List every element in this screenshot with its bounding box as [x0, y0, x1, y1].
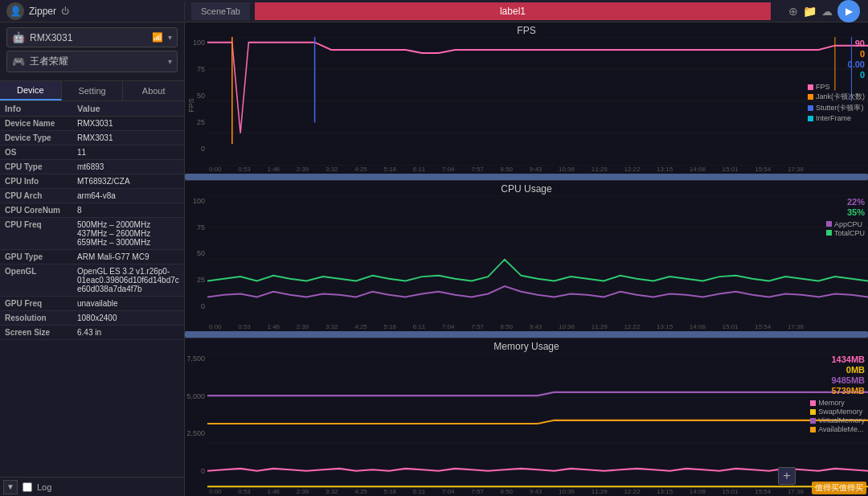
sidebar-bottom: ▼ Log	[0, 477, 184, 496]
memory-svg	[207, 353, 868, 488]
avatar: 👤	[6, 2, 24, 20]
fps-legend-jank: Jank(卡顿次数)	[808, 92, 865, 102]
tab-device[interactable]: Device	[0, 81, 62, 100]
info-val-12: 6.43 in	[77, 328, 179, 337]
info-row-5: CPU Archarm64-v8a	[0, 189, 184, 203]
cpu-x-ticks: 0:000:531:462:393:324:255:186:117:047:57…	[185, 323, 868, 331]
fps-chart-section: FPS 100 75 50 25 0 FPS	[185, 23, 868, 181]
sidebar: 🤖 RMX3031 📶 ▾ 🎮 王者荣耀 ▾ Device Setting Ab…	[0, 23, 185, 496]
info-val-1: RMX3031	[77, 133, 179, 142]
mem-legend-available: AvailableMe...	[810, 425, 865, 433]
totalcpu-dot	[826, 230, 832, 236]
info-val-8: ARM Mali-G77 MC9	[77, 252, 179, 261]
info-val-2: 11	[77, 148, 179, 157]
cpu-legend-total: TotalCPU	[826, 229, 865, 237]
game-select-row[interactable]: 🎮 王者荣耀 ▾	[6, 51, 178, 72]
cpu-y-25: 25	[197, 276, 205, 284]
info-val-7: 500MHz – 2000MHz 437MHz – 2600MHz 659MHz…	[77, 220, 179, 247]
info-key-7: CPU Freq	[5, 220, 77, 229]
fps-chart-body: 100 75 50 25 0 FPS	[185, 37, 868, 166]
swap-legend-label: SwapMemory	[818, 408, 862, 416]
cpu-legend-app: AppCPU	[826, 220, 865, 228]
fps-chart-title: FPS	[185, 23, 868, 37]
log-checkbox[interactable]	[23, 482, 32, 492]
fps-y-75: 75	[197, 65, 205, 73]
info-key-5: CPU Arch	[5, 191, 77, 200]
info-key-6: CPU CoreNum	[5, 206, 77, 215]
virtual-value: 9485MB	[831, 375, 865, 385]
info-row-9: OpenGLOpenGL ES 3.2 v1.r26p0-01eac0.3980…	[0, 264, 184, 297]
scene-tab-button[interactable]: SceneTab	[191, 2, 250, 20]
virtual-legend-label: VirtualMemory	[818, 416, 865, 424]
fps-canvas: 90 0 0.00 0 FPS Jank(	[207, 37, 868, 166]
fps-scrollbar-thumb	[185, 174, 868, 180]
add-chart-button[interactable]: +	[778, 467, 796, 485]
folder-icon[interactable]: 📁	[803, 5, 817, 18]
device-selector: 🤖 RMX3031 📶 ▾ 🎮 王者荣耀 ▾	[0, 23, 184, 81]
memory-legend: 1434MB 0MB 9485MB 5739MB Memory	[810, 355, 865, 433]
mem-legend-swap: SwapMemory	[810, 408, 865, 416]
top-bar: 👤 Zipper ⏻ SceneTab label1 ⊕ 📁 ☁ ▶	[0, 0, 868, 23]
device-label: RMX3031	[30, 32, 147, 43]
fps-legend-label: FPS	[816, 83, 830, 91]
memory-chart-section: Memory Usage 7,500 5,000 2,500 0	[185, 338, 868, 496]
label-bar: label1	[255, 2, 771, 20]
down-button[interactable]: ▼	[3, 480, 18, 494]
fps-legend: 90 0 0.00 0 FPS Jank(	[808, 39, 865, 122]
info-key-0: Device Name	[5, 119, 77, 128]
info-val-6: 8	[77, 206, 179, 215]
cpu-canvas: 22% 35% AppCPU TotalCPU	[207, 195, 868, 324]
cpu-chart-section: CPU Usage 100 75 50 25 0	[185, 181, 868, 339]
cloud-icon[interactable]: ☁	[821, 5, 833, 18]
stutter-dot	[808, 105, 813, 111]
fps-legend-fps: FPS	[808, 83, 865, 91]
info-val-0: RMX3031	[77, 119, 179, 128]
info-key-4: CPU Info	[5, 177, 77, 186]
power-icon[interactable]: ⏻	[61, 6, 69, 15]
tab-setting[interactable]: Setting	[62, 81, 124, 100]
info-row-4: CPU InfoMT6893Z/CZA	[0, 174, 184, 189]
wifi-icon: 📶	[152, 32, 163, 43]
appcpu-label: AppCPU	[834, 220, 862, 228]
cpu-legend: 22% 35% AppCPU TotalCPU	[826, 197, 865, 237]
info-key-8: GPU Type	[5, 252, 77, 261]
jank-dot	[808, 94, 813, 100]
interframe-legend-label: InterFrame	[816, 114, 851, 122]
stutter-legend-label: Stutter(卡顿率)	[816, 103, 864, 113]
memory-legend-label: Memory	[818, 399, 845, 407]
memory-y-labels: 7,500 5,000 2,500 0	[185, 353, 207, 488]
cpu-y-75: 75	[197, 223, 205, 232]
android-icon: 🤖	[12, 31, 25, 43]
available-legend-label: AvailableMe...	[818, 425, 863, 433]
fps-svg	[207, 37, 868, 166]
device-select-row[interactable]: 🤖 RMX3031 📶 ▾	[6, 27, 178, 47]
info-val-4: MT6893Z/CZA	[77, 177, 179, 186]
chevron-down-icon2: ▾	[168, 57, 172, 66]
info-val-5: arm64-v8a	[77, 191, 179, 200]
fps-scrollbar[interactable]	[185, 174, 868, 180]
memory-chart-title: Memory Usage	[185, 338, 868, 353]
info-row-0: Device NameRMX3031	[0, 117, 184, 131]
cpu-y-labels: 100 75 50 25 0	[185, 195, 207, 324]
info-table: Device NameRMX3031Device TypeRMX3031OS11…	[0, 117, 184, 477]
col-info-header: Info	[5, 104, 77, 113]
mem-y-0: 0	[201, 467, 205, 475]
fps-axis-label: FPS	[187, 98, 195, 113]
memory-x-ticks: 0:000:531:462:393:324:255:186:117:047:57…	[185, 488, 868, 496]
fps-x-ticks: 0:000:531:462:393:324:255:186:117:047:57…	[185, 166, 868, 174]
available-dot	[810, 427, 816, 432]
location-icon[interactable]: ⊕	[788, 5, 798, 18]
info-key-1: Device Type	[5, 133, 77, 142]
cpu-scrollbar[interactable]	[185, 331, 868, 338]
cpu-y-100: 100	[193, 197, 205, 205]
play-button[interactable]: ▶	[837, 0, 860, 23]
tab-about[interactable]: About	[123, 81, 184, 100]
info-row-8: GPU TypeARM Mali-G77 MC9	[0, 250, 184, 264]
info-key-2: OS	[5, 148, 77, 157]
info-key-11: Resolution	[5, 314, 77, 322]
jank-value: 0	[860, 49, 865, 59]
top-bar-left: 👤 Zipper ⏻	[0, 2, 185, 20]
interframe-dot	[808, 116, 813, 121]
col-value-header: Value	[77, 104, 179, 113]
fps-y-100: 100	[193, 39, 205, 47]
